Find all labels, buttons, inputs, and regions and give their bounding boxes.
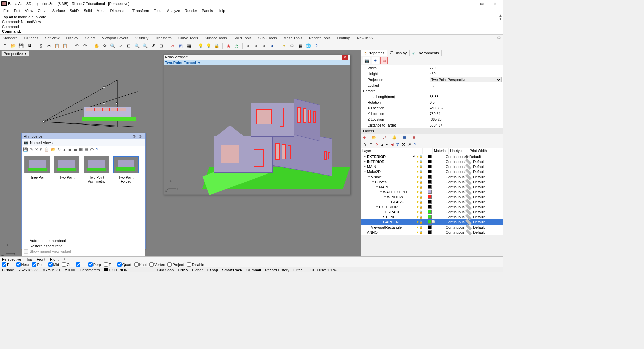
layer-printwidth[interactable]: Default [465, 210, 485, 214]
help-icon[interactable]: ? [96, 148, 98, 152]
document-props-icon[interactable]: ▦ [297, 43, 303, 49]
layer-printwidth[interactable]: Default [465, 155, 485, 159]
x-location-field[interactable]: -2118.62 [428, 106, 503, 110]
layer-row[interactable]: ▾Curves♥🔒ContinuousDefault [361, 179, 503, 184]
list-icon[interactable]: ▤ [85, 147, 88, 152]
menu-surface[interactable]: Surface [50, 8, 67, 13]
locked-checkbox[interactable] [428, 83, 503, 88]
lock-icon[interactable]: 🔒 [419, 155, 423, 158]
lock-icon[interactable]: 🔒 [419, 185, 423, 189]
zoom-icon[interactable]: 🔍 [110, 43, 116, 49]
notification-icon[interactable]: 🔔 [392, 135, 397, 140]
options-icon[interactable]: ⚙ [289, 43, 295, 49]
lightbulb-icon[interactable]: ♥ [417, 155, 419, 158]
cplane-status[interactable]: CPlane [2, 268, 14, 272]
layer-color-swatch[interactable] [428, 160, 432, 163]
layer-printwidth[interactable]: Default [465, 165, 485, 169]
menu-solid[interactable]: Solid [82, 8, 94, 13]
lightbulb-icon[interactable]: ♥ [417, 195, 419, 199]
show-icon[interactable]: 💡 [206, 43, 212, 49]
layer-linetype[interactable]: Continuous [446, 170, 465, 174]
y-location-field[interactable]: 750.84 [428, 112, 503, 116]
toolbar-tab[interactable]: Set View [45, 36, 59, 40]
named-view-thumb[interactable]: Two-Point Asymmetric [84, 156, 110, 184]
refresh-icon[interactable]: ↻ [58, 147, 61, 152]
edit-icon[interactable]: ↗ [408, 142, 411, 147]
layer-color-swatch[interactable] [428, 200, 432, 204]
menu-file[interactable]: File [1, 8, 11, 13]
layer-col-header[interactable]: Layer [361, 148, 411, 154]
osnap-knot[interactable]: Knot [134, 262, 147, 267]
toolbar-tab[interactable]: New in V7 [357, 36, 374, 40]
scroll-down-icon[interactable]: ▼ [499, 17, 502, 21]
tool-icon[interactable]: ⚒ [402, 142, 405, 147]
named-view-thumb[interactable]: Three-Point [24, 156, 51, 184]
named-view-thumb[interactable]: Two-Point Forced [113, 156, 139, 184]
layer-linetype[interactable]: Continuous [446, 215, 465, 219]
save-view-icon[interactable]: 💾 [23, 147, 28, 152]
toolbar-tab[interactable]: Surface Tools [205, 36, 227, 40]
open-icon[interactable]: 📂 [372, 135, 376, 140]
lightbulb-icon[interactable]: ♥ [417, 205, 419, 209]
save-icon[interactable]: 💾 [18, 43, 24, 49]
menu-transform[interactable]: Transform [130, 8, 151, 13]
osnap-vertex[interactable]: Vertex [149, 262, 165, 267]
osnap-cen[interactable]: Cen [62, 262, 73, 267]
current-layer[interactable]: EXTERIOR [104, 268, 127, 272]
lock-icon[interactable]: 🔒 [419, 215, 423, 219]
undo-view-icon[interactable]: ↺ [150, 43, 156, 49]
render-icon[interactable]: ● [245, 43, 251, 49]
projection-dropdown[interactable]: Two Point Perspective [428, 77, 503, 82]
layer-linetype[interactable]: Continuous [446, 185, 465, 189]
layer-row[interactable]: ▾Make2D♥🔒ContinuousDefault [361, 169, 503, 174]
layer-color-swatch[interactable] [428, 180, 432, 184]
grid-icon[interactable]: ⊞ [412, 135, 415, 140]
rotate-view-icon[interactable]: ✥ [102, 43, 108, 49]
gear-icon[interactable]: ⚙ [132, 134, 137, 139]
redo-icon[interactable]: ↷ [82, 43, 88, 49]
help-icon[interactable]: ? [414, 143, 416, 147]
close-icon[interactable]: ⊗ [139, 134, 143, 139]
width-field[interactable]: 720 [428, 66, 503, 70]
spotlight-icon[interactable]: ✦ [281, 43, 287, 49]
lens-field[interactable]: 33.33 [428, 95, 503, 99]
layer-linetype[interactable]: Continuous [446, 210, 465, 214]
view-tab-perspective[interactable]: Perspective [2, 257, 21, 261]
lock-icon[interactable]: 🔒 [419, 180, 423, 184]
layer-color-swatch[interactable] [428, 175, 432, 179]
layers-panel-header[interactable]: Layers [361, 128, 503, 134]
layer-color-swatch[interactable] [428, 230, 432, 234]
lightbulb-icon[interactable]: ♥ [417, 180, 419, 184]
layer-row[interactable]: ▾Visible♥🔒ContinuousDefault [361, 174, 503, 179]
osnap-disable[interactable]: Disable [187, 262, 204, 267]
zoom-selected-icon[interactable]: 🔍 [134, 43, 140, 49]
paste-icon[interactable]: 📋 [44, 147, 49, 152]
move-down-icon[interactable]: ▾ [386, 142, 388, 147]
osnap-project[interactable]: Project [167, 262, 184, 267]
layer-linetype[interactable]: Continuous [446, 160, 465, 164]
named-view-thumb[interactable]: Two-Point [54, 156, 80, 184]
layer-printwidth[interactable]: Default [465, 195, 485, 199]
layer-color-swatch[interactable] [428, 190, 432, 194]
brush-icon[interactable]: 🖌 [382, 136, 386, 140]
lightbulb-icon[interactable]: ♥ [417, 170, 419, 173]
copy-icon[interactable]: ⎘ [40, 148, 42, 152]
layer-color-swatch[interactable] [428, 155, 432, 158]
layer-row[interactable]: ▾EXTERIOR♥🔒ContinuousDefault [361, 204, 503, 209]
object-props-button[interactable]: 📷 [363, 57, 370, 64]
layer-printwidth[interactable]: Default [465, 200, 485, 204]
distance-field[interactable]: 5504.37 [428, 123, 503, 127]
layer-color-swatch[interactable] [428, 205, 432, 209]
lightbulb-icon[interactable]: ♥ [417, 190, 419, 194]
view-tab-top[interactable]: Top [26, 257, 32, 261]
minimize-button[interactable]: — [462, 0, 475, 7]
viewport-props-button[interactable]: ▭ [380, 57, 388, 64]
layer-row[interactable]: ▾MAIN♥🔒ContinuousDefault [361, 184, 503, 189]
toolbar-options-icon[interactable]: ⚙ [497, 35, 501, 40]
rotation-field[interactable]: 0.0 [428, 100, 503, 104]
status-toggle-smarttrack[interactable]: SmartTrack [222, 268, 242, 272]
toolbar-tab[interactable]: CPlanes [24, 36, 39, 40]
lock-icon[interactable]: 🔒 [419, 205, 423, 209]
menu-view[interactable]: View [23, 8, 35, 13]
layer-tab-icon[interactable]: ◆ [363, 135, 366, 140]
